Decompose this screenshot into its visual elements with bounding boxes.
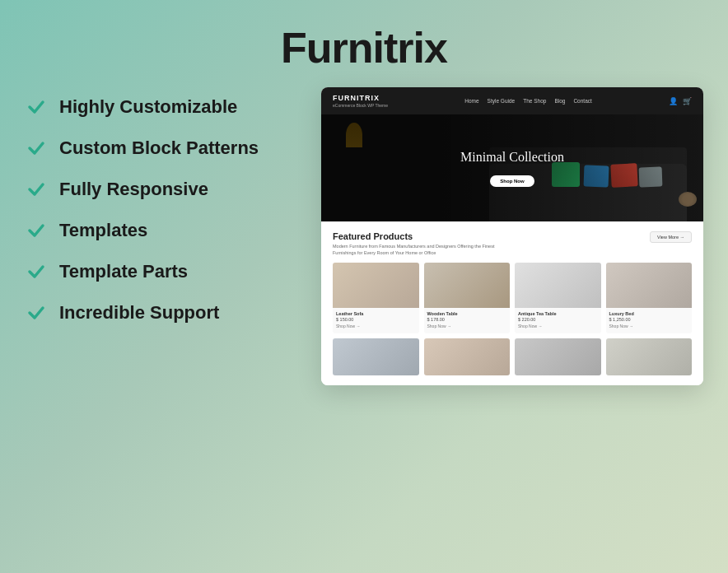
check-icon-5 xyxy=(25,260,48,283)
featured-title: Featured Products xyxy=(333,231,497,241)
featured-header: Featured Products Modern Furniture from … xyxy=(333,231,692,256)
featured-description: Modern Furniture from Famous Manufacture… xyxy=(333,244,497,256)
hero-content: Minimal Collection Shop Now xyxy=(460,150,564,187)
product-info-1: Wooden Table $ 178.00 Shop Now → xyxy=(424,308,511,333)
feature-item-fully-responsive: Fully Responsive xyxy=(25,178,296,201)
check-icon-3 xyxy=(25,178,48,201)
nav-link-home: Home xyxy=(464,98,478,104)
features-list: Highly Customizable Custom Block Pattern… xyxy=(25,87,296,342)
product-card-bottom-2 xyxy=(515,338,601,375)
product-card-1: Wooden Table $ 178.00 Shop Now → xyxy=(424,263,511,333)
product-shop-0[interactable]: Shop Now → xyxy=(336,324,416,328)
product-card-0: Leather Sofa $ 150.00 Shop Now → xyxy=(333,263,419,333)
product-name-0: Leather Sofa xyxy=(336,311,416,316)
product-name-3: Luxury Bed xyxy=(609,311,689,316)
product-image-2 xyxy=(515,263,601,308)
feature-item-templates: Templates xyxy=(25,219,296,242)
check-icon-2 xyxy=(25,137,48,160)
check-icon xyxy=(25,96,48,119)
product-card-bottom-1 xyxy=(424,338,511,375)
view-more-button[interactable]: View More → xyxy=(650,231,692,243)
preview-navbar: FURNITRIX eCommerce Block WP Theme Home … xyxy=(321,87,703,114)
feature-item-template-parts: Template Parts xyxy=(25,260,296,283)
product-price-2: $ 220.00 xyxy=(518,317,598,322)
page-title: Furnitrix xyxy=(281,23,447,72)
preview-logo-sub: eCommerce Block WP Theme xyxy=(333,103,388,108)
product-info-0: Leather Sofa $ 150.00 Shop Now → xyxy=(333,308,419,333)
preview-logo: FURNITRIX xyxy=(333,94,388,102)
product-price-1: $ 178.00 xyxy=(427,317,507,322)
feature-label-custom-block-patterns: Custom Block Patterns xyxy=(59,137,259,159)
preview-nav-links: Home Style Guide The Shop Blog Contact xyxy=(464,98,592,104)
product-info-2: Antique Tea Table $ 220.00 Shop Now → xyxy=(515,308,601,333)
product-card-3: Luxury Bed $ 1,250.00 Shop Now → xyxy=(606,263,693,333)
product-info-3: Luxury Bed $ 1,250.00 Shop Now → xyxy=(606,308,693,333)
product-shop-3[interactable]: Shop Now → xyxy=(609,324,689,328)
hero-title: Minimal Collection xyxy=(460,150,564,165)
preview-logo-group: FURNITRIX eCommerce Block WP Theme xyxy=(333,94,388,108)
preview-nav-icons: 👤 🛒 xyxy=(669,97,692,105)
product-name-1: Wooden Table xyxy=(427,311,507,316)
feature-label-highly-customizable: Highly Customizable xyxy=(59,96,237,118)
feature-item-custom-block-patterns: Custom Block Patterns xyxy=(25,137,296,160)
feature-item-incredible-support: Incredible Support xyxy=(25,301,296,324)
product-shop-1[interactable]: Shop Now → xyxy=(427,324,507,328)
cart-icon: 🛒 xyxy=(683,97,692,105)
featured-products-section: Featured Products Modern Furniture from … xyxy=(321,221,703,385)
hero-shop-now-button[interactable]: Shop Now xyxy=(490,175,534,187)
product-image-0 xyxy=(333,263,419,308)
feature-label-incredible-support: Incredible Support xyxy=(59,302,219,324)
check-icon-4 xyxy=(25,219,48,242)
nav-link-blog: Blog xyxy=(554,98,565,104)
nav-link-contact: Contact xyxy=(573,98,591,104)
feature-label-templates: Templates xyxy=(59,220,147,241)
title-section: Furnitrix xyxy=(281,0,447,87)
product-card-bottom-0 xyxy=(333,338,419,375)
feature-label-fully-responsive: Fully Responsive xyxy=(59,179,208,200)
preview-hero: Minimal Collection Shop Now xyxy=(321,114,703,221)
feature-item-highly-customizable: Highly Customizable xyxy=(25,96,296,119)
product-image-3 xyxy=(606,263,693,308)
product-price-0: $ 150.00 xyxy=(336,317,416,322)
product-name-2: Antique Tea Table xyxy=(518,311,598,316)
product-price-3: $ 1,250.00 xyxy=(609,317,689,322)
user-icon: 👤 xyxy=(669,97,678,105)
product-card-2: Antique Tea Table $ 220.00 Shop Now → xyxy=(515,263,601,333)
content-area: Highly Customizable Custom Block Pattern… xyxy=(0,87,728,385)
check-icon-6 xyxy=(25,301,48,324)
product-card-bottom-3 xyxy=(606,338,693,375)
nav-link-style-guide: Style Guide xyxy=(488,98,516,104)
products-grid: Leather Sofa $ 150.00 Shop Now → Wooden … xyxy=(333,263,692,333)
products-grid-bottom xyxy=(333,338,692,375)
product-image-1 xyxy=(424,263,511,308)
featured-header-left: Featured Products Modern Furniture from … xyxy=(333,231,497,256)
nav-link-shop: The Shop xyxy=(523,98,546,104)
product-shop-2[interactable]: Shop Now → xyxy=(518,324,598,328)
website-preview: FURNITRIX eCommerce Block WP Theme Home … xyxy=(321,87,703,385)
feature-label-template-parts: Template Parts xyxy=(59,261,188,282)
